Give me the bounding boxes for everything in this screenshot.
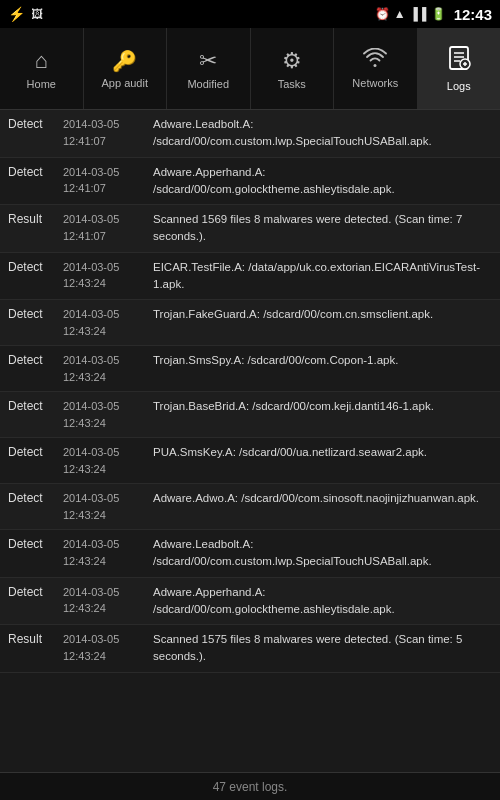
log-description: Trojan.SmsSpy.A: /sdcard/00/com.Copon-1.… — [153, 352, 492, 369]
wifi-nav-icon — [363, 48, 387, 73]
log-description: Adware.Leadbolt.A: /sdcard/00/com.custom… — [153, 116, 492, 151]
log-row: Detect2014-03-0512:43:24Trojan.FakeGuard… — [0, 300, 500, 346]
log-time: 2014-03-0512:43:24 — [63, 398, 153, 431]
log-description: Adware.Leadbolt.A: /sdcard/00/com.custom… — [153, 536, 492, 571]
log-time: 2014-03-0512:43:24 — [63, 352, 153, 385]
log-type: Detect — [8, 536, 63, 551]
log-type: Detect — [8, 490, 63, 505]
log-type: Detect — [8, 584, 63, 599]
log-type: Result — [8, 211, 63, 226]
log-row: Result2014-03-0512:41:07Scanned 1569 fil… — [0, 205, 500, 253]
nav-modified[interactable]: ✂ Modified — [167, 28, 251, 109]
log-description: PUA.SmsKey.A: /sdcard/00/ua.netlizard.se… — [153, 444, 492, 461]
wifi-icon: ▲ — [394, 7, 406, 21]
status-bar: ⚡ 🖼 ⏰ ▲ ▐▐ 🔋 12:43 — [0, 0, 500, 28]
nav-logs[interactable]: Logs — [418, 28, 501, 109]
nav-app-audit[interactable]: 🔑 App audit — [84, 28, 168, 109]
log-row: Detect2014-03-0512:43:24Adware.Apperhand… — [0, 578, 500, 626]
key-icon: 🔑 — [112, 49, 137, 73]
status-right-icons: ⏰ ▲ ▐▐ 🔋 12:43 — [375, 6, 492, 23]
log-time: 2014-03-0512:41:07 — [63, 164, 153, 197]
log-list: Detect2014-03-0512:41:07Adware.Leadbolt.… — [0, 110, 500, 772]
log-description: Adware.Adwo.A: /sdcard/00/com.sinosoft.n… — [153, 490, 492, 507]
log-row: Detect2014-03-0512:43:24Adware.Adwo.A: /… — [0, 484, 500, 530]
home-icon: ⌂ — [35, 48, 48, 74]
log-time: 2014-03-0512:41:07 — [63, 211, 153, 244]
log-time: 2014-03-0512:43:24 — [63, 306, 153, 339]
log-type: Detect — [8, 352, 63, 367]
battery-icon: 🔋 — [431, 7, 446, 21]
log-type: Detect — [8, 164, 63, 179]
status-left-icons: ⚡ 🖼 — [8, 6, 43, 22]
log-type: Result — [8, 631, 63, 646]
nav-tasks[interactable]: ⚙ Tasks — [251, 28, 335, 109]
log-time: 2014-03-0512:43:24 — [63, 490, 153, 523]
log-description: Scanned 1569 files 8 malwares were detec… — [153, 211, 492, 246]
log-description: Trojan.FakeGuard.A: /sdcard/00/com.cn.sm… — [153, 306, 492, 323]
log-row: Detect2014-03-0512:41:07Adware.Apperhand… — [0, 158, 500, 206]
log-time: 2014-03-0512:43:24 — [63, 259, 153, 292]
clock: 12:43 — [454, 6, 492, 23]
log-row: Detect2014-03-0512:43:24Adware.Leadbolt.… — [0, 530, 500, 578]
log-time: 2014-03-0512:43:24 — [63, 444, 153, 477]
log-time: 2014-03-0512:41:07 — [63, 116, 153, 149]
log-row: Detect2014-03-0512:43:24PUA.SmsKey.A: /s… — [0, 438, 500, 484]
scissors-icon: ✂ — [199, 48, 217, 74]
log-row: Detect2014-03-0512:43:24Trojan.SmsSpy.A:… — [0, 346, 500, 392]
nav-networks-label: Networks — [352, 77, 398, 89]
nav-networks[interactable]: Networks — [334, 28, 418, 109]
log-time: 2014-03-0512:43:24 — [63, 584, 153, 617]
footer-text: 47 event logs. — [213, 780, 288, 794]
log-description: Scanned 1575 files 8 malwares were detec… — [153, 631, 492, 666]
log-type: Detect — [8, 398, 63, 413]
log-row: Detect2014-03-0512:43:24EICAR.TestFile.A… — [0, 253, 500, 301]
log-row: Result2014-03-0512:43:24Scanned 1575 fil… — [0, 625, 500, 673]
nav-app-audit-label: App audit — [102, 77, 148, 89]
gear-icon: ⚙ — [282, 48, 302, 74]
log-description: EICAR.TestFile.A: /data/app/uk.co.extori… — [153, 259, 492, 294]
nav-tasks-label: Tasks — [278, 78, 306, 90]
footer: 47 event logs. — [0, 772, 500, 800]
log-type: Detect — [8, 306, 63, 321]
log-time: 2014-03-0512:43:24 — [63, 536, 153, 569]
log-description: Adware.Apperhand.A: /sdcard/00/com.goloc… — [153, 584, 492, 619]
log-description: Trojan.BaseBrid.A: /sdcard/00/com.keji.d… — [153, 398, 492, 415]
alarm-icon: ⏰ — [375, 7, 390, 21]
log-description: Adware.Apperhand.A: /sdcard/00/com.goloc… — [153, 164, 492, 199]
nav-logs-label: Logs — [447, 80, 471, 92]
log-time: 2014-03-0512:43:24 — [63, 631, 153, 664]
log-row: Detect2014-03-0512:41:07Adware.Leadbolt.… — [0, 110, 500, 158]
image-icon: 🖼 — [31, 7, 43, 21]
nav-bar: ⌂ Home 🔑 App audit ✂ Modified ⚙ Tasks Ne… — [0, 28, 500, 110]
log-type: Detect — [8, 444, 63, 459]
signal-icon: ▐▐ — [410, 7, 427, 21]
log-type: Detect — [8, 116, 63, 131]
log-type: Detect — [8, 259, 63, 274]
log-row: Detect2014-03-0512:43:24Trojan.BaseBrid.… — [0, 392, 500, 438]
logs-icon — [446, 45, 472, 76]
nav-modified-label: Modified — [187, 78, 229, 90]
usb-icon: ⚡ — [8, 6, 25, 22]
nav-home[interactable]: ⌂ Home — [0, 28, 84, 109]
nav-home-label: Home — [27, 78, 56, 90]
